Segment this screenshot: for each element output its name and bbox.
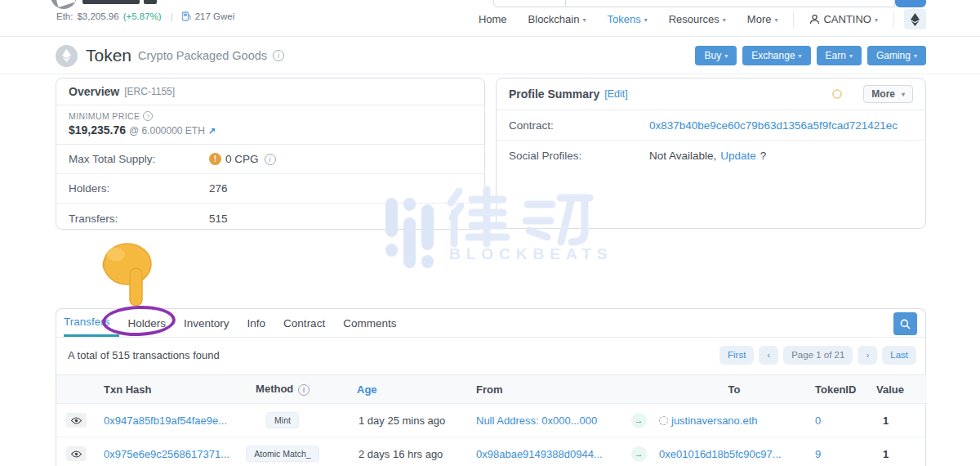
overview-card: Overview [ERC-1155] MINIMUM PRICE ? $19,…	[56, 78, 485, 230]
warning-icon: !	[209, 153, 221, 165]
top-search-bar	[493, 0, 926, 7]
overview-title: Overview	[69, 85, 119, 98]
price-eth: @ 6.000000 ETH	[129, 125, 205, 137]
col-method: Method i	[234, 375, 331, 404]
holders-label: Holders:	[69, 182, 209, 195]
to-address-link[interactable]: 0xe01016d18b5fc90c97...	[659, 448, 782, 460]
nav-tokens[interactable]: Tokens▾	[596, 10, 657, 29]
table-row: 0x947a85fb19af54fae9e... Mint 1 day 25 m…	[56, 404, 927, 437]
exchange-button[interactable]: Exchange▾	[742, 46, 810, 65]
table-search-button[interactable]	[893, 312, 917, 335]
tab-transfers[interactable]: Transfers	[64, 309, 119, 337]
contract-row: Contract: 0x837b40be9ce60c79b63d1356a5f9…	[497, 110, 925, 141]
tab-inventory[interactable]: Inventory	[175, 309, 238, 337]
site-logo	[82, 0, 140, 4]
tab-holders[interactable]: Holders	[119, 309, 176, 337]
help-icon[interactable]: ?	[143, 111, 153, 121]
minimum-price-label: MINIMUM PRICE	[69, 111, 140, 121]
tab-contract[interactable]: Contract	[274, 309, 334, 337]
transfers-label: Transfers:	[69, 213, 209, 225]
tab-info[interactable]: Info	[238, 309, 275, 337]
eye-icon[interactable]	[66, 446, 87, 461]
nav-home[interactable]: Home	[468, 10, 518, 29]
value-cell: 1	[873, 404, 927, 437]
chevron-down-icon: ▾	[724, 52, 728, 60]
col-details	[56, 375, 96, 404]
profile-card-header: Profile Summary [Edit] More▾	[497, 78, 925, 110]
token-header: Token Crypto Packaged Goods i Buy▾ Excha…	[56, 41, 926, 70]
gas-icon	[182, 11, 191, 21]
table-header-row: Txn Hash Method i Age From To TokenID Va…	[56, 375, 927, 404]
info-icon[interactable]: i	[298, 384, 310, 396]
nav-blockchain[interactable]: Blockchain▾	[518, 10, 597, 29]
max-supply-value: 0 CPG	[225, 153, 259, 165]
holders-value: 276	[209, 182, 228, 195]
max-supply-row: Max Total Supply: ! 0 CPG i	[56, 145, 484, 174]
pagination-prev-button[interactable]: ‹	[759, 346, 778, 365]
contract-address-link[interactable]: 0x837b40be9ce60c79b63d1356a5f9fcad721421…	[649, 119, 898, 132]
method-badge: Mint	[266, 412, 299, 428]
social-profiles-label: Social Profiles:	[509, 150, 649, 162]
gas-price: 217 Gwei	[195, 11, 235, 21]
tab-comments[interactable]: Comments	[334, 309, 405, 337]
to-address-link[interactable]: justinaversano.eth	[671, 414, 758, 427]
eth-price-strip: Eth: $3,205.96 (+5.87%) | 217 Gwei	[56, 11, 234, 21]
transfers-panel: Transfers Holders Inventory Info Contrac…	[56, 308, 926, 466]
chevron-down-icon: ▾	[723, 16, 726, 24]
ethereum-icon	[911, 13, 920, 26]
search-button[interactable]	[895, 0, 926, 7]
token-id-link[interactable]: 9	[815, 448, 821, 460]
address-badge-icon	[659, 416, 668, 425]
col-from: From	[461, 375, 625, 404]
chevron-down-icon: ▾	[644, 16, 648, 24]
profile-title: Profile Summary	[509, 87, 599, 101]
arrow-right-icon: →	[631, 413, 647, 428]
pagination-next-button[interactable]: ›	[858, 346, 877, 365]
ethereum-icon	[62, 49, 71, 62]
transactions-count: A total of 515 transactions found	[65, 349, 220, 361]
arrow-right-icon: →	[631, 446, 647, 462]
update-link[interactable]: Update	[720, 150, 756, 162]
txn-hash-link[interactable]: 0x975e6e9c2568617371...	[104, 448, 229, 460]
col-to: To	[653, 375, 808, 404]
transfers-table: Txn Hash Method i Age From To TokenID Va…	[56, 374, 927, 466]
info-icon[interactable]: i	[273, 50, 284, 61]
buy-button[interactable]: Buy▾	[695, 46, 737, 65]
search-filter-select[interactable]	[493, 0, 566, 7]
search-input[interactable]	[566, 0, 895, 7]
table-toolbar: A total of 515 transactions found First …	[56, 343, 925, 366]
eye-icon[interactable]	[66, 413, 87, 428]
external-link-icon[interactable]: ↗	[208, 126, 216, 136]
earn-button[interactable]: Earn▾	[817, 46, 862, 65]
nav-account[interactable]: CANTINO▾	[799, 10, 889, 29]
from-address-link[interactable]: Null Address: 0x000...000	[476, 414, 597, 427]
col-age[interactable]: Age	[331, 375, 461, 404]
txn-hash-link[interactable]: 0x947a85fb19af54fae9e...	[104, 414, 227, 427]
chevron-down-icon: ▾	[914, 52, 917, 60]
chevron-down-icon: ▾	[774, 16, 777, 24]
from-address-link[interactable]: 0x98abae9149388d0944...	[476, 448, 603, 460]
nav-more[interactable]: More▾	[737, 10, 789, 29]
edit-link[interactable]: [Edit]	[604, 88, 628, 100]
token-id-link[interactable]: 0	[815, 414, 821, 427]
more-button[interactable]: More▾	[863, 85, 913, 103]
tab-bar: Transfers Holders Inventory Info Contrac…	[56, 309, 925, 338]
nav-resources[interactable]: Resources▾	[658, 10, 737, 29]
pagination-first-button[interactable]: First	[719, 346, 754, 365]
token-actions: Buy▾ Exchange▾ Earn▾ Gaming▾	[695, 46, 926, 65]
site-logo-icon[interactable]	[51, 0, 77, 9]
eth-price-label: Eth:	[56, 11, 73, 21]
info-icon[interactable]: i	[265, 154, 276, 165]
network-eth-button[interactable]	[904, 9, 926, 29]
overview-card-header: Overview [ERC-1155]	[56, 78, 484, 105]
pagination: First ‹ Page 1 of 21 › Last	[719, 346, 916, 365]
col-txn-hash: Txn Hash	[96, 375, 234, 404]
top-navigation: Home Blockchain▾ Tokens▾ Resources▾ More…	[468, 9, 926, 29]
gaming-button[interactable]: Gaming▾	[867, 46, 926, 65]
social-profiles-row: Social Profiles: Not Available, Update ?	[497, 141, 925, 171]
col-value: Value	[873, 375, 927, 404]
site-logo	[144, 0, 157, 4]
pagination-last-button[interactable]: Last	[882, 346, 916, 365]
chevron-down-icon: ▾	[849, 52, 853, 60]
eth-price-change: (+5.87%)	[123, 11, 162, 21]
